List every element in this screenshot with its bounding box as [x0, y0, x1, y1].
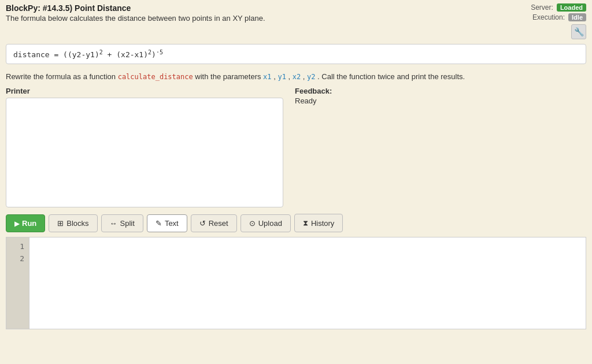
blocks-label: Blocks — [66, 219, 88, 228]
param-x1: x1 — [263, 73, 271, 81]
blocks-button[interactable]: Blocks — [49, 214, 97, 232]
top-bar: BlockPy: #14.3.5) Point Distance The for… — [0, 0, 592, 42]
history-button[interactable]: History — [294, 214, 343, 232]
instruction-middle: with the parameters — [193, 72, 263, 81]
run-button[interactable]: Run — [6, 214, 45, 232]
instruction-suffix: . Call the function twice and print the … — [315, 72, 465, 81]
reset-button[interactable]: Reset — [191, 214, 237, 232]
instruction-text: Rewrite the formula as a function calcul… — [0, 69, 592, 87]
execution-status-badge: Idle — [568, 13, 586, 21]
text-label: Text — [165, 219, 179, 228]
param-x2: x2 — [293, 73, 301, 81]
run-icon — [14, 219, 19, 228]
main-area: Printer Feedback: Ready — [6, 87, 586, 209]
line-numbers: 1 2 — [6, 237, 29, 329]
code-content[interactable] — [29, 237, 586, 329]
text-button[interactable]: Text — [147, 214, 187, 232]
param-y2: y2 — [307, 73, 315, 81]
reset-icon — [199, 219, 206, 228]
split-icon — [110, 219, 117, 228]
split-label: Split — [120, 219, 135, 228]
printer-section: Printer — [6, 87, 283, 209]
page-subtitle: The formula below calculates the distanc… — [6, 14, 265, 23]
execution-status-line: Execution: Idle — [532, 13, 586, 21]
feedback-section: Feedback: Ready — [283, 87, 586, 209]
title-rest: #14.3.5) Point Distance — [43, 3, 131, 13]
wrench-icon: 🔧 — [574, 27, 584, 36]
history-label: History — [311, 219, 334, 228]
upload-button[interactable]: Upload — [240, 214, 291, 232]
server-label: Server: — [531, 3, 553, 12]
function-name: calculate_distance — [118, 73, 193, 81]
history-icon — [303, 218, 308, 228]
upload-label: Upload — [258, 219, 282, 228]
blocks-icon — [57, 219, 64, 228]
upload-icon — [249, 219, 256, 228]
reset-label: Reset — [209, 219, 228, 228]
text-icon — [156, 219, 162, 228]
printer-output[interactable] — [6, 98, 283, 207]
code-editor: 1 2 — [6, 237, 586, 329]
execution-label: Execution: — [532, 13, 565, 21]
instruction-prefix: Rewrite the formula as a function — [6, 72, 118, 81]
server-area: Server: Loaded Execution: Idle 🔧 — [531, 3, 586, 39]
comma2: , — [286, 72, 290, 81]
formula-box: distance = ((y2-y1)2 + (x2-x1)2)·5 — [6, 44, 586, 64]
run-label: Run — [22, 219, 36, 228]
line-number-1: 1 — [11, 241, 24, 253]
page-title: BlockPy: #14.3.5) Point Distance — [6, 3, 265, 13]
line-number-2: 2 — [11, 253, 24, 265]
comma3: , — [301, 72, 305, 81]
title-bold: BlockPy: — [6, 3, 40, 13]
feedback-value: Ready — [295, 96, 586, 105]
comma1: , — [272, 72, 276, 81]
split-button[interactable]: Split — [101, 214, 143, 232]
printer-label: Printer — [6, 87, 283, 95]
toolbar: Run Blocks Split Text Reset Upload Histo… — [6, 214, 586, 232]
server-status-line: Server: Loaded — [531, 3, 586, 12]
feedback-label: Feedback: — [295, 87, 586, 95]
wrench-button[interactable]: 🔧 — [571, 24, 586, 39]
param-y1: y1 — [278, 73, 286, 81]
title-area: BlockPy: #14.3.5) Point Distance The for… — [6, 3, 265, 23]
formula-text: distance = ((y2-y1)2 + (x2-x1)2)·5 — [13, 50, 163, 59]
server-status-badge: Loaded — [557, 3, 586, 12]
